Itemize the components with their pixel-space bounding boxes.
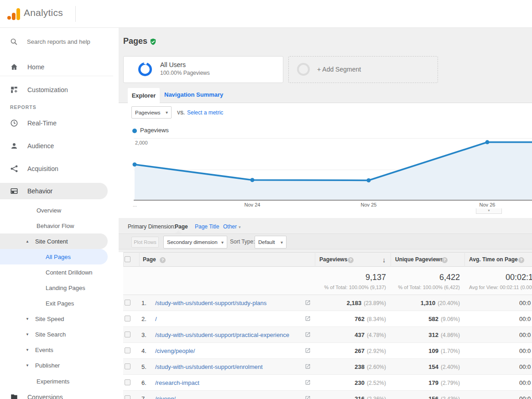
page-link[interactable]: /civeng/	[155, 395, 176, 399]
pageviews-line-chart[interactable]	[119, 103, 532, 218]
sidebar-item-overview[interactable]: Overview	[0, 202, 108, 218]
page-link[interactable]: /research-impact	[155, 379, 199, 386]
segment-all-users[interactable]: All Users 100.00% Pageviews	[123, 56, 283, 83]
table-row: 3. /study-with-us/student-support/practi…	[123, 327, 532, 343]
external-link-icon[interactable]	[305, 395, 311, 399]
sidebar-item-customization[interactable]: Customization	[0, 82, 108, 98]
person-icon	[10, 142, 18, 150]
sidebar-item-experiments[interactable]: Experiments	[0, 373, 108, 389]
sidebar-item-site-search[interactable]: Site Search	[0, 326, 108, 342]
collapse-arrow-icon	[25, 239, 30, 244]
page-link[interactable]: /study-with-us/student-support/practical…	[155, 332, 289, 338]
sidebar-item-exit-pages[interactable]: Exit Pages	[0, 295, 108, 311]
add-segment-button[interactable]: + Add Segment	[288, 56, 438, 83]
annotations-expander-button[interactable]: ▼	[476, 208, 502, 214]
unique-pageviews-cell: 312(4.86%)	[391, 332, 460, 338]
sort-type-label: Sort Type:	[230, 238, 255, 245]
page-link[interactable]: /civeng/people/	[155, 347, 195, 354]
sidebar-item-events[interactable]: Events	[0, 342, 108, 358]
column-header-avg-time[interactable]: Avg. Time on Page	[469, 256, 518, 263]
avg-time-cell: 00:0	[519, 332, 531, 338]
tab-navigation-summary[interactable]: Navigation Summary	[164, 91, 223, 98]
sidebar-item-behavior[interactable]: Behavior	[0, 183, 108, 199]
sidebar-item-landing-pages[interactable]: Landing Pages	[0, 280, 108, 295]
avg-time-cell: 00:0	[519, 347, 531, 354]
sidebar-item-conversions[interactable]: Conversions	[0, 389, 108, 399]
plot-rows-button[interactable]: Plot Rows	[131, 237, 159, 248]
row-index: 2.	[141, 316, 146, 322]
sidebar-item-site-content[interactable]: Site Content	[0, 233, 108, 249]
expand-arrow-icon	[25, 332, 30, 337]
segment-ring-icon	[297, 63, 310, 76]
analytics-logo-icon[interactable]	[7, 7, 21, 20]
page-title: Pages	[123, 36, 147, 46]
dimension-other[interactable]: Other	[223, 223, 237, 230]
select-all-checkbox[interactable]	[125, 256, 130, 262]
row-index: 7.	[141, 395, 146, 399]
page-link[interactable]: /	[155, 316, 157, 322]
sidebar-item-acquisition[interactable]: Acquisition	[0, 161, 108, 177]
pageviews-cell: 230(2.52%)	[315, 379, 386, 386]
pageviews-cell: 762(8.34%)	[315, 316, 386, 322]
external-link-icon[interactable]	[305, 347, 311, 353]
external-link-icon[interactable]	[305, 300, 311, 306]
sidebar-item-real-time[interactable]: Real-Time	[0, 115, 108, 131]
logo-dot	[7, 16, 11, 20]
sidebar-item-content-drilldown[interactable]: Content Drilldown	[0, 264, 108, 280]
x-tick-ellipsis: ...	[133, 202, 142, 207]
sort-descending-icon[interactable]	[382, 256, 386, 264]
sidebar-item-home[interactable]: Home	[0, 59, 108, 75]
search-icon	[10, 38, 18, 46]
chevron-down-icon: ▾	[239, 225, 241, 229]
dimension-page-title[interactable]: Page Title	[195, 223, 219, 230]
column-header-pageviews[interactable]: Pageviews	[319, 256, 347, 263]
external-link-icon[interactable]	[305, 363, 311, 369]
row-index: 4.	[141, 347, 146, 354]
column-header-page[interactable]: Page	[143, 256, 156, 263]
help-icon[interactable]	[348, 257, 354, 263]
total-pageviews: 9,137	[315, 273, 386, 282]
table-row: 4. /civeng/people/ 267(2.92%) 109(1.70%)…	[123, 343, 532, 359]
external-link-icon[interactable]	[305, 379, 311, 385]
row-checkbox[interactable]	[125, 395, 130, 399]
row-checkbox[interactable]	[125, 332, 130, 337]
sidebar-item-behavior-flow[interactable]: Behavior Flow	[0, 218, 108, 233]
unique-pageviews-cell: 154(2.40%)	[391, 363, 460, 370]
sort-type-dropdown[interactable]: Default	[255, 236, 287, 249]
total-avg-time: 00:02:11	[506, 273, 532, 282]
sidebar-item-site-speed[interactable]: Site Speed	[0, 311, 108, 326]
row-index: 1.	[141, 300, 146, 306]
dimension-page[interactable]: Page	[175, 223, 188, 230]
row-checkbox[interactable]	[125, 316, 130, 321]
table-row: 7. /civeng/ 216(2.36%) 156(2.43%) 00:0	[123, 391, 532, 399]
sort-type-value: Default	[258, 239, 275, 245]
table-totals-row: 9,137 % of Total: 100.00% (9,137) 6,422 …	[123, 267, 532, 295]
sidebar-item-publisher[interactable]: Publisher	[0, 358, 108, 373]
external-link-icon[interactable]	[305, 332, 311, 337]
help-icon[interactable]	[442, 257, 448, 263]
search-input[interactable]: Search reports and help	[0, 34, 119, 49]
help-icon[interactable]	[518, 257, 524, 263]
row-checkbox[interactable]	[125, 300, 130, 306]
x-axis-line	[134, 200, 532, 201]
column-header-unique-pageviews[interactable]: Unique Pageviews	[395, 256, 443, 263]
row-checkbox[interactable]	[125, 363, 130, 369]
x-tick-nov26: Nov 26	[474, 202, 501, 207]
unique-pageviews-cell: 582(9.06%)	[391, 316, 460, 322]
sidebar-item-all-pages[interactable]: All Pages	[0, 249, 108, 264]
help-icon[interactable]	[160, 257, 166, 263]
row-checkbox[interactable]	[125, 379, 130, 385]
sidebar-item-audience[interactable]: Audience	[0, 138, 108, 154]
row-checkbox[interactable]	[125, 347, 130, 353]
external-link-icon[interactable]	[305, 316, 311, 321]
secondary-dimension-dropdown[interactable]: Secondary dimension	[163, 236, 227, 249]
home-icon	[10, 63, 18, 71]
page-link[interactable]: /study-with-us/student-support/enrolment	[155, 363, 263, 370]
primary-dimension-label: Primary Dimension:	[128, 223, 176, 230]
secondary-dimension-value: Secondary dimension	[167, 239, 218, 245]
avg-time-cell: 00:0	[519, 395, 531, 399]
tab-explorer[interactable]: Explorer	[128, 88, 160, 103]
topbar-divider	[75, 6, 76, 22]
avg-time-cell: 00:0	[519, 363, 531, 370]
page-link[interactable]: /study-with-us/student-support/study-pla…	[155, 300, 266, 306]
